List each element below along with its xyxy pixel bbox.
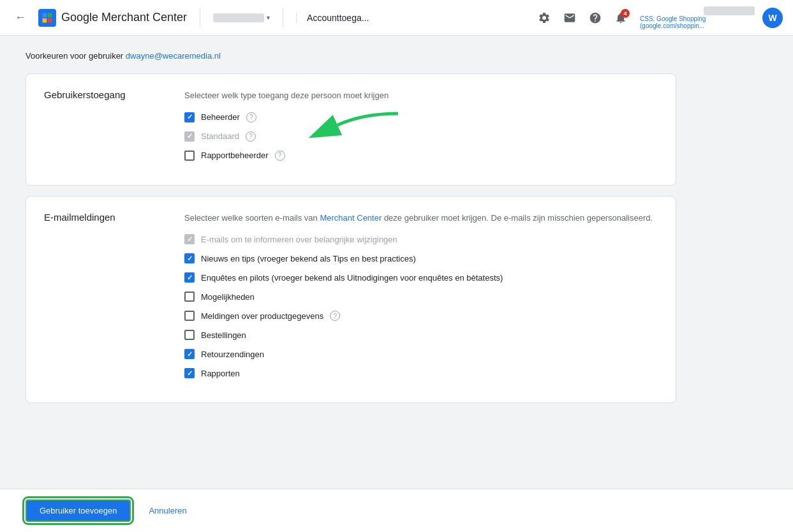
header-url: CSS: Google Shopping (google.com/shoppin… bbox=[640, 15, 755, 29]
user-label-text: Voorkeuren voor gebruiker bbox=[26, 51, 123, 61]
label-reports-text: Rapporten bbox=[201, 369, 240, 378]
label-standaard-text: Standaard bbox=[201, 131, 239, 141]
label-product[interactable]: Meldingen over productgegevens bbox=[201, 311, 323, 321]
email-card-body: Selecteer welke soorten e-mails van Merc… bbox=[184, 212, 658, 388]
checkbox-row-important: ✓ E-mails om te informeren over belangri… bbox=[184, 234, 658, 244]
label-product-text: Meldingen over productgegevens bbox=[201, 311, 323, 321]
checkmark-important: ✓ bbox=[187, 236, 193, 243]
checkmark-reports: ✓ bbox=[187, 370, 193, 377]
label-returns[interactable]: Retourzendingen bbox=[201, 350, 264, 359]
label-news[interactable]: Nieuws en tips (vroeger bekend als Tips … bbox=[201, 254, 416, 263]
checkbox-standaard: ✓ bbox=[184, 131, 195, 142]
help-icon-product[interactable]: ? bbox=[330, 311, 340, 321]
label-important: E-mails om te informeren over belangrijk… bbox=[201, 235, 397, 244]
help-icon-standaard[interactable]: ? bbox=[246, 131, 256, 142]
checkbox-beheerder[interactable]: ✓ bbox=[184, 112, 195, 122]
label-beheerder-text: Beheerder bbox=[201, 112, 240, 122]
svg-rect-0 bbox=[43, 13, 47, 17]
label-rapportbeheerder-text: Rapportbeheerder bbox=[201, 151, 269, 160]
mail-button[interactable] bbox=[558, 6, 581, 29]
email-description: Selecteer welke soorten e-mails van Merc… bbox=[184, 212, 658, 225]
footer-spacer bbox=[26, 413, 676, 454]
checkbox-row-news: ✓ Nieuws en tips (vroeger bekend als Tip… bbox=[184, 253, 658, 263]
checkbox-row-product: Meldingen over productgegevens ? bbox=[184, 311, 658, 321]
account-dropdown-icon: ▾ bbox=[267, 14, 270, 21]
header-account-line1 bbox=[704, 6, 755, 15]
notifications-button[interactable]: 4 bbox=[609, 6, 632, 29]
label-standaard: Standaard bbox=[201, 131, 239, 141]
checkmark-standaard: ✓ bbox=[187, 133, 193, 140]
checkbox-rapportbeheerder[interactable] bbox=[184, 151, 195, 161]
back-button[interactable]: ← bbox=[10, 8, 31, 28]
checkbox-surveys[interactable]: ✓ bbox=[184, 272, 195, 283]
checkbox-row-returns: ✓ Retourzendingen bbox=[184, 349, 658, 359]
access-description: Selecteer welk type toegang deze persoon… bbox=[184, 89, 658, 102]
label-opportunities-text: Mogelijkheden bbox=[201, 292, 255, 302]
checkbox-important: ✓ bbox=[184, 234, 195, 244]
cancel-button[interactable]: Annuleren bbox=[141, 501, 194, 521]
checkbox-orders[interactable] bbox=[184, 330, 195, 340]
help-icon-beheerder[interactable]: ? bbox=[246, 112, 256, 122]
access-card: Gebruikerstoegang Selecteer welk type to… bbox=[26, 73, 676, 186]
access-title-col: Gebruikerstoegang bbox=[44, 89, 159, 170]
label-surveys-text: Enquêtes en pilots (vroeger bekend als U… bbox=[201, 273, 503, 283]
svg-rect-2 bbox=[43, 18, 47, 22]
access-description-text: Selecteer welk type toegang deze persoon… bbox=[184, 91, 389, 100]
notification-badge: 4 bbox=[621, 9, 630, 18]
label-important-text: E-mails om te informeren over belangrijk… bbox=[201, 235, 397, 244]
header-right-info: CSS: Google Shopping (google.com/shoppin… bbox=[640, 6, 755, 29]
email-desc-text1: Selecteer welke soorten e-mails van bbox=[184, 213, 320, 223]
app-logo: Google Merchant Center bbox=[38, 9, 187, 27]
label-surveys[interactable]: Enquêtes en pilots (vroeger bekend als U… bbox=[201, 273, 503, 283]
label-beheerder[interactable]: Beheerder bbox=[201, 112, 240, 122]
main-content: Voorkeuren voor gebruiker dwayne@wecarem… bbox=[0, 36, 702, 469]
logo-icon bbox=[38, 9, 56, 27]
header-divider bbox=[200, 9, 200, 27]
submit-button[interactable]: Gebruiker toevoegen bbox=[26, 499, 131, 522]
email-title-col: E-mailmeldingen bbox=[44, 212, 159, 388]
email-desc-highlight: Merchant Center bbox=[320, 213, 382, 223]
checkmark-beheerder: ✓ bbox=[187, 114, 193, 121]
help-button[interactable] bbox=[584, 6, 607, 29]
account-name bbox=[213, 13, 264, 22]
checkmark-news: ✓ bbox=[187, 255, 193, 262]
label-reports[interactable]: Rapporten bbox=[201, 369, 240, 378]
label-orders-text: Bestellingen bbox=[201, 330, 246, 340]
label-orders[interactable]: Bestellingen bbox=[201, 330, 246, 340]
app-name: Google Merchant Center bbox=[61, 11, 187, 24]
svg-rect-1 bbox=[48, 13, 52, 17]
label-news-text: Nieuws en tips (vroeger bekend als Tips … bbox=[201, 254, 416, 263]
email-desc-text2: deze gebruiker moet krijgen. De e-mails … bbox=[382, 213, 653, 223]
checkbox-row-surveys: ✓ Enquêtes en pilots (vroeger bekend als… bbox=[184, 272, 658, 283]
user-avatar[interactable]: W bbox=[762, 8, 783, 28]
page-footer: Gebruiker toevoegen Annuleren bbox=[0, 489, 793, 532]
checkbox-row-reports: ✓ Rapporten bbox=[184, 368, 658, 378]
checkbox-reports[interactable]: ✓ bbox=[184, 368, 195, 378]
help-icon-rapportbeheerder[interactable]: ? bbox=[275, 151, 285, 161]
access-card-body: Selecteer welk type toegang deze persoon… bbox=[184, 89, 658, 170]
checkbox-row-orders: Bestellingen bbox=[184, 330, 658, 340]
user-label: Voorkeuren voor gebruiker dwayne@wecarem… bbox=[26, 51, 676, 61]
header-icons: 4 bbox=[533, 6, 632, 29]
label-opportunities[interactable]: Mogelijkheden bbox=[201, 292, 255, 302]
user-email-link[interactable]: dwayne@wecaremedia.nl bbox=[126, 51, 221, 61]
settings-button[interactable] bbox=[533, 6, 556, 29]
checkbox-row-opportunities: Mogelijkheden bbox=[184, 292, 658, 302]
checkmark-surveys: ✓ bbox=[187, 274, 193, 281]
label-returns-text: Retourzendingen bbox=[201, 350, 264, 359]
svg-rect-3 bbox=[48, 18, 52, 22]
checkbox-product[interactable] bbox=[184, 311, 195, 321]
page-title: Accounttoega... bbox=[296, 13, 379, 23]
checkmark-returns: ✓ bbox=[187, 351, 193, 358]
checkbox-row-beheerder: ✓ Beheerder ? bbox=[184, 112, 658, 122]
checkbox-opportunities[interactable] bbox=[184, 292, 195, 302]
checkbox-row-rapportbeheerder: Rapportbeheerder ? bbox=[184, 151, 658, 161]
checkbox-news[interactable]: ✓ bbox=[184, 253, 195, 263]
email-card-title: E-mailmeldingen bbox=[44, 212, 159, 223]
access-card-title: Gebruikerstoegang bbox=[44, 89, 159, 100]
label-rapportbeheerder[interactable]: Rapportbeheerder bbox=[201, 151, 269, 160]
account-selector[interactable]: ▾ bbox=[213, 13, 270, 22]
checkbox-returns[interactable]: ✓ bbox=[184, 349, 195, 359]
app-header: ← Google Merchant Center ▾ Accounttoega.… bbox=[0, 0, 793, 36]
header-divider-2 bbox=[283, 9, 283, 27]
